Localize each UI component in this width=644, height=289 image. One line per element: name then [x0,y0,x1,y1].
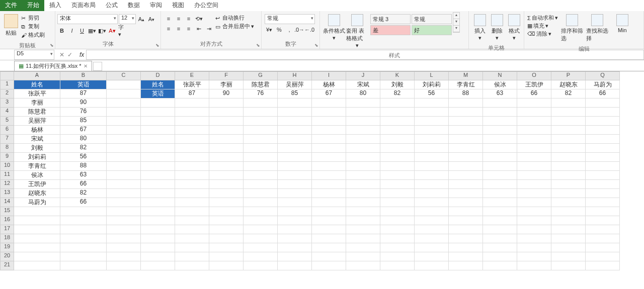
cell[interactable] [449,108,483,117]
cell[interactable] [449,144,483,153]
cell[interactable] [175,162,209,171]
cell[interactable] [278,144,312,153]
cell[interactable] [415,144,449,153]
cell[interactable] [244,99,278,108]
cell[interactable] [346,198,380,207]
cell[interactable]: 82 [60,189,107,198]
cell[interactable]: 刘莉莉 [415,80,449,89]
cell[interactable] [209,216,244,225]
cell[interactable] [483,126,517,135]
cell[interactable] [312,207,346,216]
cell[interactable] [244,144,278,153]
cell[interactable]: 67 [312,89,346,99]
cell[interactable] [517,252,551,261]
cell[interactable] [244,162,278,171]
cell[interactable] [586,234,620,243]
cell[interactable] [380,126,415,135]
cell[interactable] [14,225,60,234]
phonetic-button[interactable]: 字▾ [118,26,127,35]
cell[interactable]: 刘毅 [380,80,415,89]
cell[interactable] [380,99,415,108]
row-header[interactable]: 5 [0,117,14,126]
cell[interactable] [312,162,346,171]
insert-cells-button[interactable]: 插入▾ [472,14,488,41]
cell[interactable] [346,162,380,171]
cell[interactable] [141,234,175,243]
row-header[interactable]: 16 [0,216,14,225]
cell[interactable]: 88 [449,89,483,99]
cell[interactable] [517,162,551,171]
cell[interactable] [175,153,209,162]
cell[interactable] [551,252,586,261]
row-header[interactable]: 17 [0,225,14,234]
number-format-combo[interactable]: 常规 [265,14,315,24]
min-button[interactable]: Min [611,14,633,42]
cell[interactable]: 82 [60,144,107,153]
cell[interactable] [175,126,209,135]
cell[interactable] [141,108,175,117]
cell[interactable] [380,225,415,234]
format-as-table-button[interactable]: 套用 表格格式▾ [346,14,368,49]
cell[interactable]: 英语 [60,80,107,89]
comma-button[interactable]: , [285,25,294,34]
cell[interactable] [141,117,175,126]
group-launcher-icon[interactable]: ⬊ [155,43,159,48]
style-normal[interactable]: 常规 [412,14,452,24]
cell[interactable] [107,243,141,252]
font-name-combo[interactable]: 宋体 [57,14,118,24]
cell[interactable] [107,225,141,234]
align-middle-button[interactable]: ≡ [174,14,183,23]
column-header[interactable]: O [517,71,551,80]
cell[interactable] [14,216,60,225]
cell[interactable] [141,180,175,189]
cell[interactable] [449,252,483,261]
cell[interactable] [107,117,141,126]
cell[interactable] [380,207,415,216]
cell[interactable] [278,189,312,198]
cell[interactable] [175,234,209,243]
cell[interactable] [312,126,346,135]
cell[interactable]: 宋斌 [346,80,380,89]
cell[interactable]: 英语 [141,89,175,99]
cell[interactable]: 姓名 [14,80,60,89]
cell[interactable] [209,198,244,207]
cell[interactable] [141,216,175,225]
cell[interactable] [551,180,586,189]
cell[interactable]: 吴丽萍 [14,117,60,126]
column-header[interactable]: B [60,71,107,80]
cell[interactable] [209,180,244,189]
cell[interactable] [107,135,141,144]
cell[interactable] [60,261,107,270]
cell[interactable] [517,261,551,270]
cell[interactable]: 杨林 [312,80,346,89]
cell[interactable] [551,117,586,126]
cell[interactable] [312,144,346,153]
cell[interactable] [141,189,175,198]
cell[interactable]: 66 [60,180,107,189]
cell[interactable] [346,180,380,189]
cell[interactable] [551,198,586,207]
cell[interactable] [141,126,175,135]
cell[interactable]: 63 [483,89,517,99]
cell[interactable] [380,108,415,117]
cell[interactable] [141,207,175,216]
fill-button[interactable]: ▦填充▾ [527,22,558,30]
cell[interactable]: 赵晓东 [551,80,586,89]
row-header[interactable]: 10 [0,162,14,171]
cell[interactable] [278,153,312,162]
cell[interactable] [380,171,415,180]
cell[interactable] [312,261,346,270]
cell[interactable] [209,189,244,198]
cell[interactable] [551,153,586,162]
row-header[interactable]: 11 [0,171,14,180]
cell[interactable] [517,180,551,189]
cell[interactable] [483,198,517,207]
increase-decimal-button[interactable]: .0→ [295,25,304,34]
cell[interactable]: 李丽 [209,80,244,89]
cell[interactable]: 陈慧君 [14,108,60,117]
cell[interactable] [107,189,141,198]
cell[interactable] [551,171,586,180]
cell[interactable]: 姓名 [141,80,175,89]
cell[interactable] [483,162,517,171]
cell[interactable] [244,126,278,135]
